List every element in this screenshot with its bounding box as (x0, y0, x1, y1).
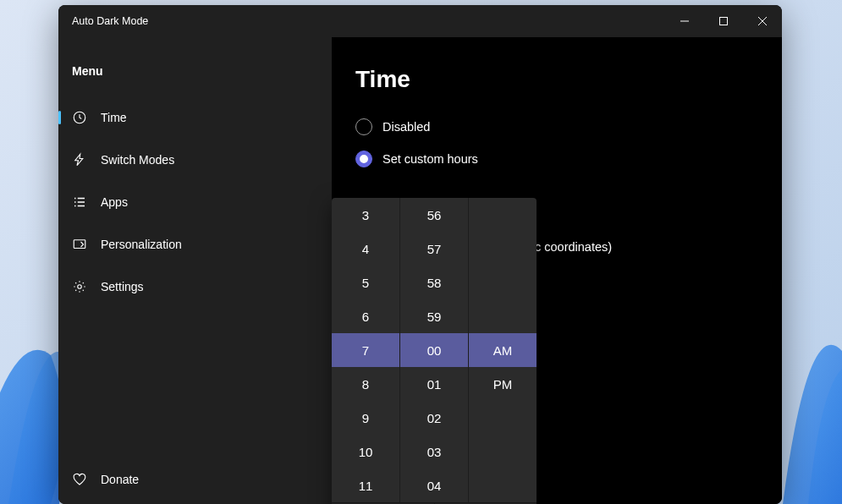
picker-cell[interactable]: 5 (332, 266, 399, 299)
close-button[interactable] (743, 5, 782, 37)
main-content: Time Disabled Set custom hours c coordin… (332, 37, 782, 504)
minimize-button[interactable] (665, 5, 704, 37)
picker-cell[interactable]: 02 (400, 401, 468, 435)
picker-minute-column[interactable]: 565758590001020304 (400, 198, 469, 502)
titlebar[interactable]: Auto Dark Mode (58, 5, 782, 37)
sidebar-item-apps[interactable]: Apps (58, 181, 332, 223)
sidebar-item-label: Apps (101, 195, 128, 209)
sidebar-item-label: Personalization (101, 238, 182, 251)
picker-cell[interactable]: 3 (332, 198, 399, 232)
svg-rect-1 (720, 18, 728, 25)
sidebar-item-personalization[interactable]: Personalization (58, 223, 332, 266)
menu-header: Menu (58, 64, 332, 96)
sidebar-item-donate[interactable]: Donate (58, 458, 332, 501)
picker-cell[interactable]: 7 (332, 333, 399, 367)
picker-ampm-column[interactable]: AMPM (469, 198, 537, 502)
picker-cell-empty (469, 266, 537, 299)
picker-cell-empty (469, 299, 537, 333)
radio-icon (355, 118, 372, 135)
picker-cell[interactable]: 01 (400, 367, 468, 401)
sidebar-item-label: Settings (101, 280, 144, 293)
page-title: Time (355, 66, 758, 93)
picker-cell[interactable]: 58 (400, 266, 468, 299)
picker-cell[interactable]: PM (469, 367, 537, 401)
window-controls (665, 5, 782, 37)
sidebar: Menu Time Switch Modes (58, 37, 332, 504)
radio-disabled[interactable]: Disabled (355, 118, 758, 135)
picker-cell[interactable]: 4 (332, 232, 399, 266)
radio-icon (355, 151, 372, 167)
picker-cell-empty (469, 232, 537, 266)
clock-icon (72, 110, 87, 125)
picker-cell[interactable]: 9 (332, 401, 399, 435)
gear-icon (72, 279, 87, 294)
radio-label: Set custom hours (382, 152, 478, 166)
radio-label: Disabled (382, 120, 430, 134)
obscured-option-text: c coordinates) (535, 240, 612, 254)
sidebar-item-label: Switch Modes (101, 153, 174, 167)
sidebar-item-settings[interactable]: Settings (58, 266, 332, 308)
picker-cell[interactable]: 03 (400, 435, 468, 468)
picker-cell[interactable]: 59 (400, 299, 468, 333)
app-window: Auto Dark Mode Menu Time (58, 5, 782, 504)
picker-cell[interactable]: 8 (332, 367, 399, 401)
list-icon (72, 194, 87, 210)
picker-cell-empty (469, 198, 537, 232)
picker-cell[interactable]: 10 (332, 435, 399, 468)
picker-cell[interactable]: AM (469, 333, 537, 367)
picker-cell[interactable]: 04 (400, 468, 468, 502)
picker-cell[interactable]: 6 (332, 299, 399, 333)
sidebar-item-label: Time (101, 111, 127, 124)
picker-hour-column[interactable]: 34567891011 (332, 198, 400, 502)
picker-cell[interactable]: 11 (332, 468, 399, 502)
lightning-icon (72, 152, 87, 167)
radio-custom-hours[interactable]: Set custom hours (355, 151, 758, 167)
sidebar-item-label: Donate (101, 473, 139, 486)
window-title: Auto Dark Mode (72, 15, 148, 27)
time-picker-flyout: 34567891011 565758590001020304 AMPM (332, 198, 537, 504)
heart-icon (72, 472, 87, 487)
maximize-button[interactable] (704, 5, 743, 37)
picker-cell[interactable]: 57 (400, 232, 468, 266)
picker-cell[interactable]: 56 (400, 198, 468, 232)
svg-point-4 (78, 285, 82, 289)
picker-cell[interactable]: 00 (400, 333, 468, 367)
sidebar-item-switch-modes[interactable]: Switch Modes (58, 139, 332, 181)
sidebar-item-time[interactable]: Time (58, 96, 332, 139)
personalization-icon (72, 237, 87, 252)
